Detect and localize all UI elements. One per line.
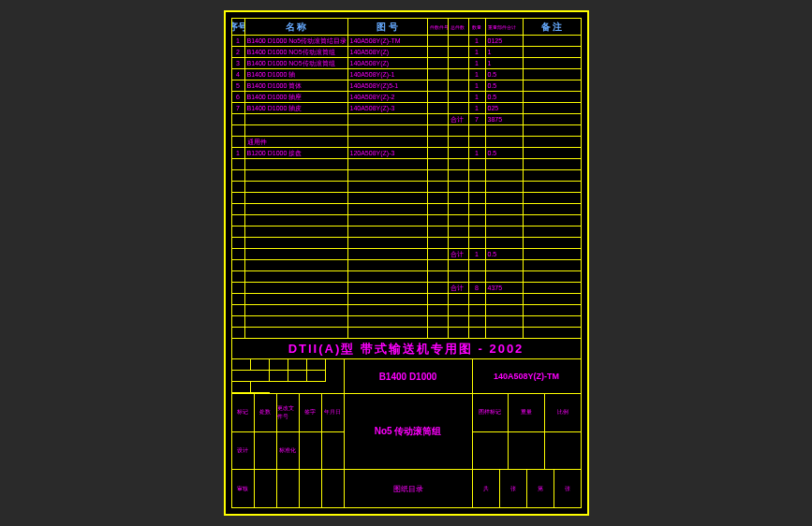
table-row: 7B1400 D1000 轴皮140A508Y(Z)-31025	[232, 103, 581, 114]
bom-sheet: 序号 名 称 图 号 件数件号 总件数 数量 重量部件合计 备 注 1B1400…	[231, 18, 582, 508]
drawing-title: DTII(A)型 带式输送机专用图 - 2002	[288, 341, 524, 358]
cell-seq: 5	[232, 80, 245, 91]
blank-row	[232, 294, 581, 305]
cell-name: B1400 D1000 NO5传动滚筒组	[245, 58, 348, 68]
subtotal-label: 合计	[449, 114, 469, 124]
cell-qty: 1	[469, 47, 486, 57]
table-row: 6B1400 D1000 轴座140A508Y(Z)-210.5	[232, 92, 581, 103]
blank-row	[232, 159, 581, 170]
drawing-canvas: 序号 名 称 图 号 件数件号 总件数 数量 重量部件合计 备 注 1B1400…	[224, 10, 589, 516]
hdr-d: 重量部件合计	[486, 19, 524, 35]
subtotal-c: 7	[469, 114, 486, 124]
table-row: 1B1400 D1000 No5传动滚筒结目录140A508Y(Z)-TM101…	[232, 36, 581, 47]
blank-row	[232, 182, 581, 193]
cell-wt: 025	[486, 103, 524, 113]
cell-wt: 0.5	[486, 80, 524, 91]
cell-name: B1400 D1000 轴	[245, 69, 348, 80]
hdr-name: 名 称	[245, 19, 348, 35]
cell-seq: 1	[232, 148, 245, 158]
spec-block: B1400 D1000 140A508Y(Z)-TM	[232, 359, 581, 394]
footer-left: 标记处数更改文件号签字年月日 设计标准化 审核	[232, 394, 345, 507]
cell-qty: 1	[469, 36, 486, 46]
cell-seq: 1	[232, 36, 245, 46]
cell-seq: 3	[232, 58, 245, 68]
subtotal2-row: 合计10.5	[232, 249, 581, 260]
hdr-drawing: 图 号	[348, 19, 428, 35]
cell-draw: 140A508Y(Z)	[348, 47, 428, 57]
blank-row	[232, 238, 581, 249]
cell-draw: 140A508Y(Z)-TM	[348, 36, 428, 46]
cell-seq: 2	[232, 47, 245, 57]
cell-draw: 120A508Y(Z)-3	[348, 148, 428, 158]
cell-wt: 0.5	[486, 92, 524, 102]
cell-draw: 140A508Y(Z)5-1	[348, 80, 428, 91]
blank-row: 合计73875	[232, 114, 581, 125]
cell-seq: 7	[232, 103, 245, 113]
hdr-e: 备 注	[524, 19, 581, 35]
footer-right: 图样标记重量比例 共张第张	[473, 394, 581, 507]
cell-wt: 1	[486, 47, 524, 57]
cell-qty: 1	[469, 58, 486, 68]
cell-draw: 140A508Y(Z)-3	[348, 103, 428, 113]
table-row: 3B1400 D1000 NO5传动滚筒组140A508Y(Z)11	[232, 58, 581, 69]
cell-draw: 140A508Y(Z)-1	[348, 69, 428, 80]
cell-wt: 0125	[486, 36, 524, 46]
cell-name: B1400 D1000 轴皮	[245, 103, 348, 113]
blank-row	[232, 316, 581, 328]
cell-name: B1400 D1000 筒体	[245, 80, 348, 91]
footer-block: 标记处数更改文件号签字年月日 设计标准化 审核 No5 传动滚筒组 图纸目录 图…	[232, 394, 581, 507]
blank-row	[232, 271, 581, 283]
cell-qty: 1	[469, 80, 486, 91]
cell-qty: 1	[469, 148, 486, 158]
table-row: 4B1400 D1000 轴140A508Y(Z)-110.5	[232, 69, 581, 80]
blank-row	[232, 260, 581, 271]
hdr-seq: 序号	[232, 19, 245, 35]
cell-draw: 140A508Y(Z)-2	[348, 92, 428, 102]
cell-wt: 1	[486, 58, 524, 68]
cell-name: B1400 D1000 No5传动滚筒结目录	[245, 36, 348, 46]
cell-qty: 1	[469, 92, 486, 102]
part-name: No5 传动滚筒组	[345, 394, 472, 470]
rev-grid	[232, 359, 345, 393]
blank-row	[232, 125, 581, 137]
footer-label: 图纸目录	[345, 470, 472, 507]
title-row: DTII(A)型 带式输送机专用图 - 2002	[232, 339, 581, 359]
blank-row	[232, 170, 581, 182]
blank-row	[232, 226, 581, 238]
cell-name: B1200 D1000 接盘	[245, 148, 348, 158]
section2-label: 通用件	[245, 137, 348, 147]
cell-seq: 4	[232, 69, 245, 80]
blank-row	[232, 215, 581, 226]
header-row: 序号 名 称 图 号 件数件号 总件数 数量 重量部件合计 备 注	[232, 19, 581, 36]
table-row: 5B1400 D1000 筒体140A508Y(Z)5-110.5	[232, 80, 581, 92]
hdr-c: 数量	[469, 19, 486, 35]
code-text: 140A508Y(Z)-TM	[473, 359, 581, 393]
blank-row	[232, 305, 581, 316]
cell-name: B1400 D1000 NO5传动滚筒组	[245, 47, 348, 57]
cell-seq: 6	[232, 92, 245, 102]
cell-wt: 0.5	[486, 148, 524, 158]
blank-row	[232, 204, 581, 215]
blank-row	[232, 193, 581, 204]
cell-name: B1400 D1000 轴座	[245, 92, 348, 102]
subtotal3-row: 合计84375	[232, 283, 581, 294]
hdr-a: 件数件号	[428, 19, 449, 35]
spec-text: B1400 D1000	[345, 359, 473, 393]
cell-wt: 0.5	[486, 69, 524, 80]
table-row: 2B1400 D1000 NO5传动滚筒组140A508Y(Z)11	[232, 47, 581, 58]
section-label-row: 通用件	[232, 137, 581, 148]
cell-qty: 1	[469, 69, 486, 80]
table-row: 1B1200 D1000 接盘120A508Y(Z)-310.5	[232, 148, 581, 159]
footer-mid: No5 传动滚筒组 图纸目录	[345, 394, 473, 507]
cell-qty: 1	[469, 103, 486, 113]
subtotal-d: 3875	[486, 114, 524, 124]
blank-row	[232, 328, 581, 339]
cell-draw: 140A508Y(Z)	[348, 58, 428, 68]
hdr-b: 总件数	[449, 19, 469, 35]
